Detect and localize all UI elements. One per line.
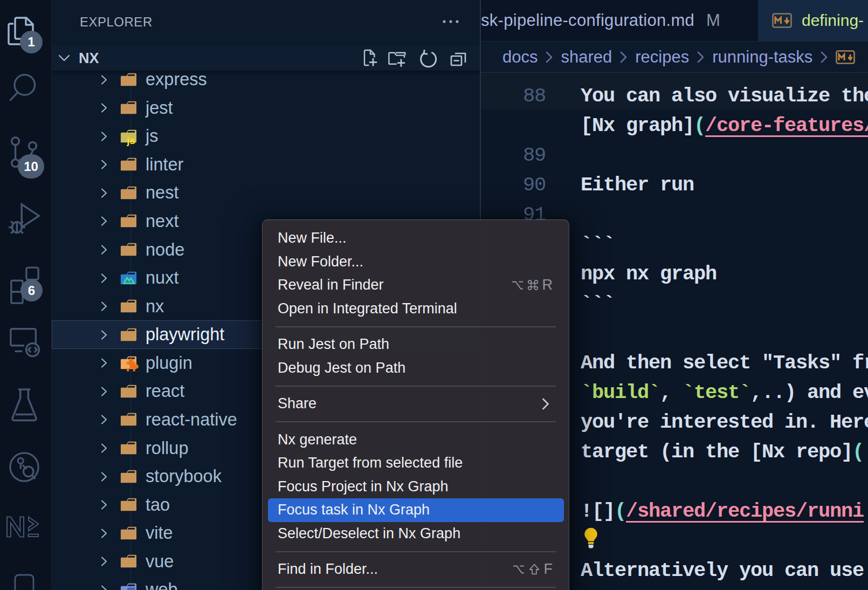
svg-text:js: js — [126, 135, 135, 146]
